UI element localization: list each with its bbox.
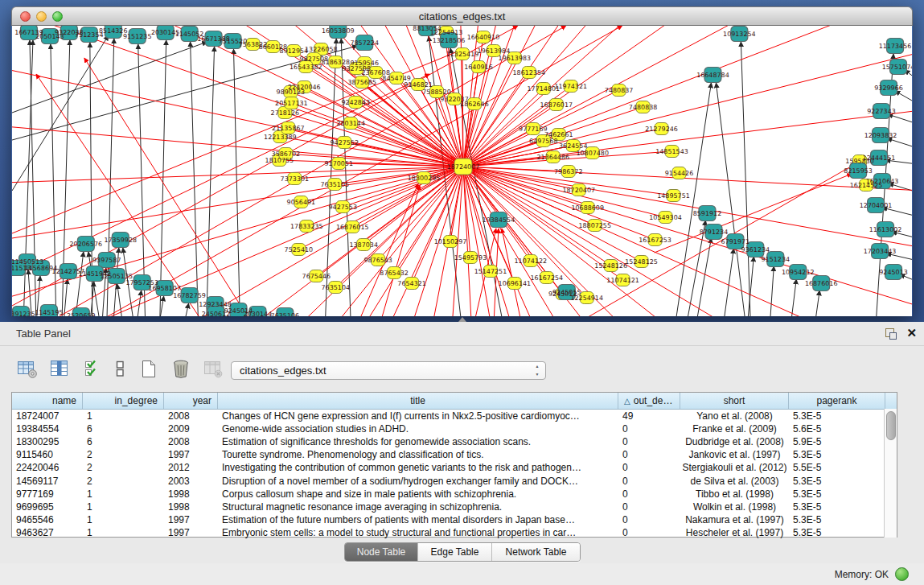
table-toolbar: f(x) xyxy=(16,356,256,381)
select-all-columns-icon[interactable] xyxy=(80,358,102,380)
table-row[interactable]: 911546021997Tourette syndrome. Phenomeno… xyxy=(12,448,897,461)
table-cell: 0 xyxy=(618,501,680,513)
table-cell: 9115460 xyxy=(12,449,83,460)
tab-node-table[interactable]: Node Table xyxy=(345,543,417,561)
table-cell: 9465546 xyxy=(12,514,83,525)
minimize-window-icon[interactable] xyxy=(36,11,47,22)
table-cell: 2003 xyxy=(164,476,218,487)
graph-node-label: 8912954 xyxy=(280,47,309,55)
unselect-columns-icon[interactable] xyxy=(113,358,127,380)
graph-node-label: 8591912 xyxy=(693,210,722,217)
column-header-in_degree[interactable]: in_degree xyxy=(83,393,164,409)
table-cell: 1 xyxy=(83,410,164,422)
table-cell: 22420046 xyxy=(12,462,83,473)
graph-node-label: 7515520 xyxy=(219,38,248,45)
table-cell: 0 xyxy=(618,476,680,487)
graph-node-label: 8765432 xyxy=(380,270,409,277)
table-cell: 5.3E-5 xyxy=(789,514,885,525)
table-cell: 14569117 xyxy=(12,476,83,487)
graph-node-label: 10150297 xyxy=(434,238,467,245)
table-row[interactable]: 946362711997Embryonic stem cells: a mode… xyxy=(12,526,897,539)
graph-node-label: 16648784 xyxy=(696,72,729,79)
table-panel-body: f(x) citations_edges.txt ▲ ▼ namein_degr… xyxy=(0,346,924,563)
network-view[interactable]: 7563822866012889129541322605898275088186… xyxy=(12,26,912,316)
column-header-short[interactable]: short xyxy=(680,393,789,409)
table-cell: 5.3E-5 xyxy=(789,476,885,487)
column-header-pagerank[interactable]: pagerank xyxy=(789,393,885,409)
memory-indicator[interactable] xyxy=(895,567,909,581)
graph-node-label: 11074121 xyxy=(606,277,639,284)
graph-node-label: 7635104 xyxy=(322,284,351,291)
table-cell: Structural magnetic resonance image aver… xyxy=(218,501,618,513)
table-cell: 9699695 xyxy=(12,501,83,513)
graph-node-label: 7373301 xyxy=(281,175,310,183)
table-cell: Tibbo et al. (1998) xyxy=(680,488,789,500)
table-cell: 1997 xyxy=(164,514,218,525)
close-panel-icon[interactable]: ✕ xyxy=(906,326,917,340)
float-window-icon[interactable] xyxy=(885,328,897,340)
show-columns-icon[interactable] xyxy=(48,358,70,380)
table-row[interactable]: 1830029562008Estimation of significance … xyxy=(12,435,897,448)
graph-node-label: 1810755 xyxy=(265,157,294,164)
table-row[interactable]: 977716911998Corpus callosum shape and si… xyxy=(12,488,897,501)
table-row[interactable]: 2242004622012Investigating the contribut… xyxy=(12,461,897,474)
graph-node-label: 11074122 xyxy=(515,257,548,265)
graph-node-label: 9056491 xyxy=(287,199,316,206)
graph-node-label: 15147251 xyxy=(474,268,507,275)
table-settings-icon[interactable] xyxy=(16,358,38,380)
table-cell: 2 xyxy=(83,449,164,460)
table-cell: Disruption of a novel member of a sodium… xyxy=(218,476,618,487)
graph-node-label: 9245013 xyxy=(879,269,908,276)
table-row[interactable]: 1872400712008Changes of HCN gene express… xyxy=(12,410,897,422)
column-header-out_de[interactable]: △out_de… xyxy=(618,393,680,409)
graph-node-label: 9391235 xyxy=(12,311,35,316)
table-scrollbar-thumb[interactable] xyxy=(886,411,896,440)
table-cell: 1997 xyxy=(164,527,218,538)
table-row[interactable]: 946554611997Estimation of the future num… xyxy=(12,513,897,526)
graph-node-label: 1387034 xyxy=(349,241,378,249)
table-row[interactable]: 1938455462009Genome-wide association stu… xyxy=(12,422,897,435)
new-table-icon[interactable] xyxy=(138,358,159,380)
tab-network-table[interactable]: Network Table xyxy=(491,543,580,561)
table-cell: 5.6E-5 xyxy=(789,423,885,435)
table-cell: Wolkin et al. (1998) xyxy=(680,501,789,513)
table-scrollbar[interactable] xyxy=(884,409,897,538)
tab-edge-table[interactable]: Edge Table xyxy=(417,543,491,561)
table-cell: 2008 xyxy=(164,410,218,422)
graph-node-label: 9242843 xyxy=(341,99,370,106)
table-mode-tabs: Node TableEdge TableNetwork Table xyxy=(344,542,581,562)
delete-table-icon[interactable] xyxy=(170,358,191,380)
graph-node-label: 9890123 xyxy=(277,89,306,96)
network-window-titlebar[interactable]: citations_edges.txt xyxy=(11,6,913,26)
graph-node-label: 16543382 xyxy=(290,64,322,71)
table-select-value: citations_edges.txt xyxy=(240,365,326,377)
zoom-window-icon[interactable] xyxy=(52,11,63,22)
table-row[interactable]: 1456911722003Disruption of a novel membe… xyxy=(12,474,897,487)
graph-node-label: 10549304 xyxy=(649,214,682,221)
table-cell: 2012 xyxy=(164,462,218,473)
table-row[interactable]: 969969511998Structural magnetic resonanc… xyxy=(12,501,897,513)
table-cell: 5.3E-5 xyxy=(789,488,885,500)
table-cell: 5.9E-5 xyxy=(789,436,885,447)
graph-node-label: 1862646 xyxy=(460,101,489,108)
column-header-year[interactable]: year xyxy=(164,393,218,409)
column-header-title[interactable]: title xyxy=(218,393,618,409)
graph-node-label: 12444151 xyxy=(863,154,896,162)
graph-node-label: 9151234 xyxy=(762,256,791,263)
graph-node-label: 19613983 xyxy=(499,55,532,62)
graph-node-label: 18807255 xyxy=(578,222,611,229)
table-select[interactable]: citations_edges.txt ▲ ▼ xyxy=(231,361,546,380)
table-panel-header: Table Panel ✕ xyxy=(0,322,924,346)
graph-node-label: 11613002 xyxy=(869,226,902,233)
graph-node-label: 9427552 xyxy=(330,139,359,146)
graph-node-label: 10807480 xyxy=(576,150,609,157)
close-window-icon[interactable] xyxy=(20,11,31,22)
table-cell: 2009 xyxy=(164,423,218,435)
graph-node-label: 9227343 xyxy=(867,108,896,115)
graph-node-label: 11325419 xyxy=(446,51,479,58)
graph-node-label: 11974321 xyxy=(554,83,587,90)
table-cell: 49 xyxy=(618,410,680,422)
column-header-name[interactable]: name xyxy=(12,393,83,409)
table-cell: 0 xyxy=(618,436,680,447)
table-cell: 6 xyxy=(83,423,164,435)
